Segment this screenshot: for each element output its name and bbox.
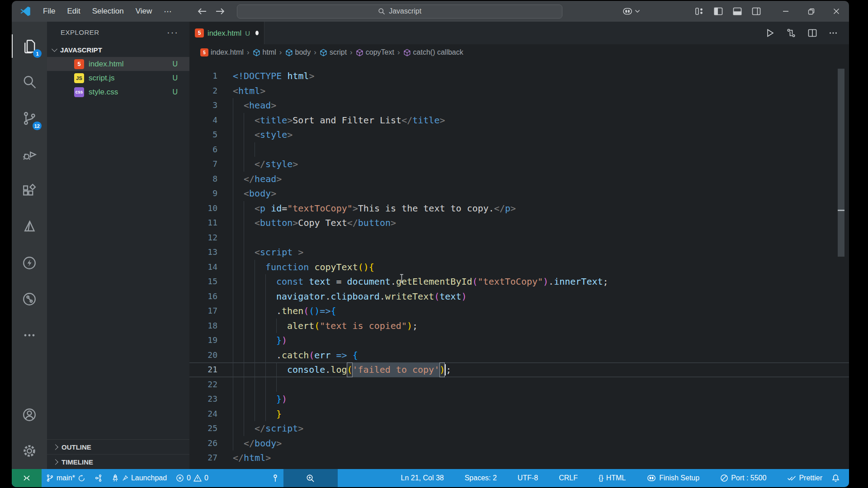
- menu-edit[interactable]: Edit: [61, 1, 86, 22]
- code-token: p: [260, 201, 265, 216]
- explorer-view-icon[interactable]: 1: [12, 28, 47, 64]
- code-line-4[interactable]: 4<title>Sort and Filter List</title>: [189, 113, 849, 128]
- code-line-13[interactable]: 13<script >: [189, 245, 849, 260]
- forward-arrow-icon[interactable]: [213, 5, 227, 18]
- copilot-setup-status[interactable]: Finish Setup: [642, 469, 704, 487]
- explorer-actions-icon[interactable]: ···: [167, 27, 179, 38]
- run-debug-view-icon[interactable]: [12, 136, 47, 173]
- breadcrumb-script[interactable]: script: [320, 48, 347, 56]
- file-row-index.html[interactable]: 5index.htmlU: [47, 57, 189, 71]
- breadcrumb-file[interactable]: 5 index.html: [200, 48, 244, 56]
- close-button[interactable]: [824, 1, 849, 22]
- run-file-icon[interactable]: [765, 28, 775, 38]
- code-line-6[interactable]: 6: [189, 142, 849, 157]
- error-icon: [176, 474, 184, 482]
- code-line-27[interactable]: 27</html>: [189, 450, 849, 465]
- gitlens-graph-button[interactable]: [90, 469, 107, 487]
- settings-gear-icon[interactable]: [12, 433, 47, 469]
- account-icon[interactable]: [12, 397, 47, 433]
- open-changes-icon[interactable]: [786, 28, 797, 38]
- line-number: 10: [189, 201, 233, 216]
- lightning-extension-icon[interactable]: [12, 245, 47, 281]
- eol-status[interactable]: CRLF: [554, 469, 582, 487]
- code-line-5[interactable]: 5<style>: [189, 127, 849, 142]
- menu-selection[interactable]: Selection: [86, 1, 130, 22]
- outline-section[interactable]: OUTLINE: [47, 439, 189, 454]
- zoom-status[interactable]: [283, 469, 338, 487]
- menu-view[interactable]: View: [130, 1, 158, 22]
- menu-more[interactable]: ⋯: [158, 1, 177, 22]
- code-line-7[interactable]: 7</style>: [189, 157, 849, 172]
- indent-guide: [244, 274, 255, 289]
- code-line-10[interactable]: 10<p id="textToCopy">This is the text to…: [189, 201, 849, 216]
- code-line-2[interactable]: 2<html>: [189, 84, 849, 99]
- code-line-21[interactable]: 21console.log('failed to copy');: [189, 362, 849, 377]
- code-line-19[interactable]: 19}): [189, 333, 849, 348]
- language-mode[interactable]: {} HTML: [594, 469, 630, 487]
- code-token: </: [255, 157, 265, 172]
- prism-extension-icon[interactable]: [12, 209, 47, 245]
- breadcrumb-html[interactable]: html: [253, 48, 276, 56]
- file-row-style.css[interactable]: cssstyle.cssU: [47, 85, 189, 99]
- notifications-bell[interactable]: [827, 469, 844, 487]
- branch-status[interactable]: main*: [42, 469, 90, 487]
- code-line-20[interactable]: 20.catch(err => {: [189, 348, 849, 363]
- launchpad-button[interactable]: Launchpad: [107, 469, 171, 487]
- breadcrumb-copytext[interactable]: copyText: [356, 48, 394, 56]
- code-line-23[interactable]: 23}): [189, 392, 849, 407]
- search-view-icon[interactable]: [12, 64, 47, 100]
- plug-status[interactable]: [267, 469, 283, 487]
- line-number: 7: [189, 157, 233, 172]
- code-line-3[interactable]: 3<head>: [189, 98, 849, 113]
- code-line-16[interactable]: 16navigator.clipboard.writeText(text): [189, 289, 849, 304]
- split-editor-icon[interactable]: [807, 28, 817, 38]
- back-arrow-icon[interactable]: [195, 5, 209, 18]
- code-line-17[interactable]: 17.then(()=>{: [189, 304, 849, 319]
- restore-button[interactable]: [798, 1, 824, 22]
- code-line-25[interactable]: 25</script>: [189, 421, 849, 436]
- command-center-search[interactable]: Javascript: [237, 5, 562, 19]
- formatter-status[interactable]: Prettier: [783, 469, 827, 487]
- folder-javascript[interactable]: JAVASCRIPT: [47, 42, 189, 57]
- cursor-position[interactable]: Ln 21, Col 38: [396, 469, 448, 487]
- extensions-view-icon[interactable]: [12, 173, 47, 209]
- encoding-status[interactable]: UTF-8: [513, 469, 542, 487]
- source-control-badge: 12: [33, 122, 42, 130]
- source-control-view-icon[interactable]: 12: [12, 100, 47, 136]
- problems-status[interactable]: 0 0: [171, 469, 213, 487]
- live-server-port[interactable]: Port : 5500: [716, 469, 771, 487]
- code-line-12[interactable]: 12: [189, 230, 849, 245]
- code-line-18[interactable]: 18alert("text is copied");: [189, 319, 849, 333]
- indentation-status[interactable]: Spaces: 2: [460, 469, 501, 487]
- additional-views-icon[interactable]: [12, 317, 47, 353]
- modified-dot-icon[interactable]: [255, 31, 259, 35]
- toggle-panel-icon[interactable]: [732, 7, 742, 16]
- code-line-24[interactable]: 24}: [189, 407, 849, 422]
- live-share-extension-icon[interactable]: [12, 281, 47, 317]
- customize-layout-icon[interactable]: [694, 7, 704, 16]
- code-line-14[interactable]: 14function copyText(){: [189, 260, 849, 275]
- indent-guide: [244, 260, 255, 275]
- more-actions-icon[interactable]: [828, 28, 838, 38]
- file-row-script.js[interactable]: JSscript.jsU: [47, 71, 189, 85]
- toggle-secondary-sidebar-icon[interactable]: [751, 7, 761, 16]
- code-line-9[interactable]: 9<body>: [189, 186, 849, 201]
- editor-scrollbar[interactable]: [838, 69, 844, 257]
- code-line-22[interactable]: 22: [189, 377, 849, 392]
- copilot-menu[interactable]: [622, 6, 640, 16]
- minimize-button[interactable]: [773, 1, 798, 22]
- code-editor[interactable]: 1<!DOCTYPE html>2<html>3<head>4<title>So…: [189, 61, 849, 469]
- code-line-11[interactable]: 11<button>Copy Text</button>: [189, 216, 849, 230]
- code-token: </: [233, 450, 244, 465]
- code-line-8[interactable]: 8</head>: [189, 172, 849, 187]
- toggle-primary-sidebar-icon[interactable]: [713, 7, 723, 16]
- menu-file[interactable]: File: [37, 1, 61, 22]
- code-line-1[interactable]: 1<!DOCTYPE html>: [189, 69, 849, 84]
- code-line-15[interactable]: 15const text = document.getElementById("…: [189, 274, 849, 289]
- remote-indicator[interactable]: [12, 469, 42, 487]
- timeline-section[interactable]: TIMELINE: [47, 454, 189, 469]
- breadcrumb-catch-callback[interactable]: catch() callback: [403, 48, 463, 56]
- breadcrumb-body[interactable]: body: [285, 48, 311, 56]
- tab-index-html[interactable]: 5 index.html U: [189, 22, 264, 44]
- code-line-26[interactable]: 26</body>: [189, 436, 849, 451]
